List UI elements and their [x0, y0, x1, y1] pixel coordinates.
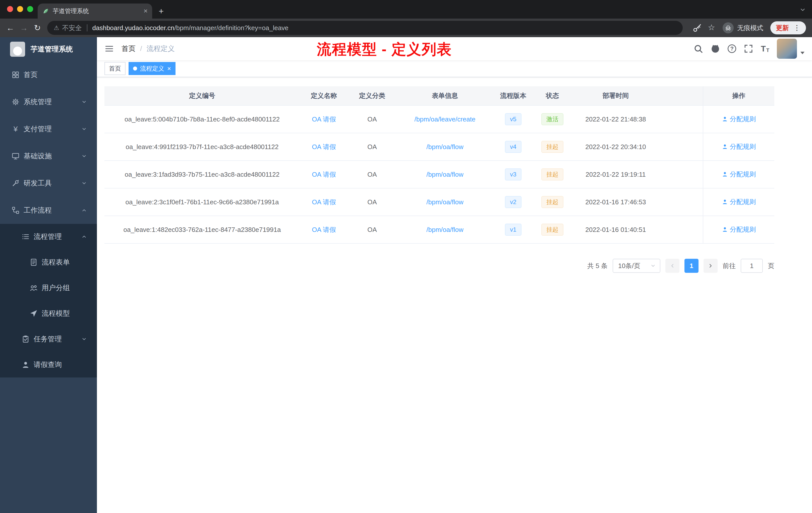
- back-button[interactable]: ←: [3, 23, 17, 33]
- cell-form-info: /bpm/oa/leave/create: [396, 105, 494, 133]
- cell-definition-id: oa_leave:5:004b710b-7b8a-11ec-8ef0-acde4…: [105, 105, 300, 133]
- tag-current[interactable]: 流程定义 ×: [128, 62, 175, 75]
- reload-button[interactable]: ↻: [31, 23, 44, 33]
- tab-strip: 芋道管理系统 × +: [0, 0, 812, 19]
- prev-page-button[interactable]: [665, 259, 679, 273]
- browser-menu-icon[interactable]: ⋮: [793, 24, 801, 31]
- status-badge: 激活: [541, 113, 563, 125]
- avatar-caret-icon[interactable]: [801, 52, 805, 54]
- github-icon[interactable]: [710, 44, 720, 54]
- tab-search-chevron-icon[interactable]: [800, 6, 806, 13]
- cell-version: v3: [494, 161, 533, 188]
- not-secure-icon: ⚠: [54, 24, 59, 31]
- address-bar[interactable]: ⚠ 不安全 dashboard.yudao.iocoder.cn/bpm/man…: [47, 21, 683, 35]
- assign-rule-link[interactable]: 分配规则: [722, 170, 756, 179]
- goto-label: 前往: [723, 262, 736, 270]
- form-link[interactable]: /bpm/oa/leave/create: [414, 116, 475, 123]
- breadcrumb: 首页 / 流程定义: [121, 44, 175, 54]
- assign-rule-link[interactable]: 分配规则: [722, 142, 756, 151]
- sidebar-item-6[interactable]: 工作流程: [0, 197, 97, 224]
- pagination: 共 5 条 10条/页 1 前往 页: [105, 259, 774, 273]
- sidebar-item-7[interactable]: 流程管理: [0, 224, 97, 249]
- form-link[interactable]: /bpm/oa/flow: [426, 226, 463, 233]
- sidebar-item-label: 流程管理: [34, 232, 62, 241]
- cell-deploy-time: 2022-01-22 20:34:10: [572, 133, 659, 161]
- definition-name-link[interactable]: OA 请假: [312, 226, 336, 233]
- definition-name-link[interactable]: OA 请假: [312, 171, 336, 178]
- definition-name-link[interactable]: OA 请假: [312, 116, 336, 123]
- sidebar-item-1[interactable]: 首页: [0, 61, 97, 88]
- cell-status: 挂起: [533, 133, 572, 161]
- cell-version: v5: [494, 105, 533, 133]
- active-tag-dot: [133, 66, 137, 70]
- table-row: oa_leave:1:482ec033-762a-11ec-8477-a2380…: [105, 216, 774, 243]
- breadcrumb-home[interactable]: 首页: [121, 44, 136, 54]
- cell-filler: [659, 105, 703, 133]
- hamburger-icon[interactable]: [105, 44, 114, 54]
- tab-close-icon[interactable]: ×: [144, 7, 148, 14]
- tools-icon: [11, 179, 20, 187]
- sidebar-item-4[interactable]: 基础设施: [0, 143, 97, 170]
- user-avatar[interactable]: [777, 39, 797, 59]
- cell-operations: 分配规则: [703, 216, 774, 243]
- incognito-badge: 无痕模式: [723, 22, 763, 33]
- sidebar-item-3[interactable]: ¥ 支付管理: [0, 116, 97, 143]
- sidebar-logo[interactable]: 芋道管理系统: [0, 37, 97, 61]
- new-tab-button[interactable]: +: [159, 6, 164, 16]
- sidebar-item-2[interactable]: 系统管理: [0, 88, 97, 116]
- cell-filler: [659, 133, 703, 161]
- sidebar-item-10[interactable]: 流程模型: [0, 301, 97, 326]
- logo-avatar: [10, 42, 25, 57]
- sidebar-item-8[interactable]: 流程表单: [0, 249, 97, 275]
- sidebar-item-5[interactable]: 研发工具: [0, 170, 97, 197]
- help-icon[interactable]: [728, 44, 736, 53]
- form-link[interactable]: /bpm/oa/flow: [426, 171, 463, 178]
- sidebar-item-label: 流程模型: [42, 309, 70, 318]
- assign-rule-link[interactable]: 分配规则: [722, 115, 756, 123]
- next-page-button[interactable]: [703, 259, 718, 273]
- tag-home-label: 首页: [109, 64, 121, 72]
- close-window-button[interactable]: [7, 6, 13, 12]
- key-icon[interactable]: [693, 23, 702, 32]
- user-icon: [722, 199, 728, 205]
- omnibox-divider: [87, 24, 87, 31]
- tag-home[interactable]: 首页: [105, 62, 125, 75]
- definition-name-link[interactable]: OA 请假: [312, 198, 336, 206]
- font-size-icon[interactable]: [761, 45, 769, 53]
- page-size-select[interactable]: 10条/页: [613, 259, 660, 273]
- chevron-down-icon: [81, 336, 87, 342]
- version-badge: v3: [505, 169, 521, 180]
- minimize-window-button[interactable]: [17, 6, 23, 12]
- cell-status: 挂起: [533, 188, 572, 216]
- sidebar-item-11[interactable]: 任务管理: [0, 326, 97, 352]
- goto-page-input[interactable]: [741, 259, 763, 273]
- forward-button[interactable]: →: [17, 23, 31, 33]
- person-icon: [22, 361, 30, 369]
- tab-title: 芋道管理系统: [53, 7, 140, 15]
- sidebar-item-12[interactable]: 请假查询: [0, 352, 97, 378]
- update-button[interactable]: 更新 ⋮: [770, 21, 806, 34]
- cell-status: 激活: [533, 105, 572, 133]
- definition-name-link[interactable]: OA 请假: [312, 143, 336, 151]
- zoom-window-button[interactable]: [27, 6, 33, 12]
- sidebar-item-label: 研发工具: [24, 178, 52, 188]
- assign-rule-link[interactable]: 分配规则: [722, 225, 756, 234]
- tag-close-icon[interactable]: ×: [167, 65, 171, 72]
- form-link[interactable]: /bpm/oa/flow: [426, 198, 463, 206]
- cell-deploy-time: 2022-01-22 19:19:11: [572, 161, 659, 188]
- chevron-down-icon: [81, 153, 87, 159]
- browser-tab[interactable]: 芋道管理系统 ×: [38, 3, 152, 19]
- sidebar-item-9[interactable]: 用户分组: [0, 275, 97, 301]
- status-badge: 挂起: [541, 141, 563, 153]
- form-link[interactable]: /bpm/oa/flow: [426, 143, 463, 151]
- cell-definition-id: oa_leave:2:3c1f0ef1-76b1-11ec-9c66-a2380…: [105, 188, 300, 216]
- monitor-icon: [11, 152, 20, 160]
- cell-deploy-time: 2022-01-16 17:46:53: [572, 188, 659, 216]
- page-1-button[interactable]: 1: [685, 259, 698, 273]
- bookmark-star-icon[interactable]: ☆: [708, 23, 715, 32]
- assign-rule-link[interactable]: 分配规则: [722, 198, 756, 206]
- search-icon[interactable]: [694, 44, 703, 54]
- cell-filler: [659, 216, 703, 243]
- fullscreen-icon[interactable]: [744, 44, 753, 54]
- tag-current-label: 流程定义: [140, 64, 164, 72]
